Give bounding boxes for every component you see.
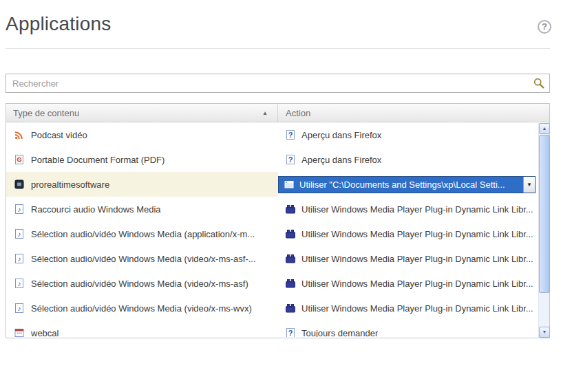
content-type-cell[interactable]: Podcast vidéo (6, 122, 278, 147)
application-icon (14, 179, 25, 190)
action-cell[interactable]: ?Toujours demander (278, 320, 549, 337)
svg-text:?: ? (288, 155, 293, 164)
plugin-icon (285, 303, 296, 314)
content-type-cell[interactable]: ♪Sélection audio/vidéo Windows Media (vi… (6, 246, 278, 271)
table-row[interactable]: ♪Raccourci audio Windows MediaUtiliser W… (6, 197, 549, 221)
action-cell[interactable]: Utiliser Windows Media Player Plug-in Dy… (278, 221, 549, 246)
help-button[interactable]: ? (538, 20, 551, 34)
content-type-table: Type de contenu ▲ Action Podcast vidéo?A… (6, 103, 550, 338)
content-type-cell[interactable]: GPortable Document Format (PDF) (6, 147, 278, 172)
action-label: Utiliser "C:\Documents and Settings\xp\L… (299, 179, 505, 190)
svg-text:♪: ♪ (18, 255, 21, 263)
action-dropdown[interactable]: Utiliser "C:\Documents and Settings\xp\L… (278, 176, 536, 193)
content-type-cell[interactable]: prorealtimesoftware (6, 172, 278, 197)
media-file-icon: ♪ (14, 253, 25, 264)
table-row[interactable]: ♪Sélection audio/vidéo Windows Media (vi… (6, 271, 549, 296)
scroll-up-button[interactable]: ▲ (539, 123, 550, 134)
action-label: Aperçu dans Firefox (301, 130, 381, 140)
svg-text:♪: ♪ (18, 206, 21, 213)
pdf-icon: G (14, 154, 25, 165)
action-label: Utiliser Windows Media Player Plug-in Dy… (301, 229, 533, 239)
action-label: Utiliser Windows Media Player Plug-in Dy… (301, 279, 533, 289)
content-type-label: Sélection audio/vidéo Windows Media (vid… (31, 254, 256, 264)
content-type-label: prorealtimesoftware (31, 179, 109, 190)
column-header-type-label: Type de contenu (13, 108, 79, 118)
plugin-icon (285, 278, 296, 289)
action-label: Aperçu dans Firefox (301, 155, 381, 165)
svg-text:♪: ♪ (18, 230, 21, 238)
table-row[interactable]: ♪Sélection audio/vidéo Windows Media (ap… (6, 221, 549, 246)
search-box (6, 74, 550, 93)
action-label: Utiliser Windows Media Player Plug-in Dy… (301, 254, 533, 264)
table-body: Podcast vidéo?Aperçu dans FirefoxGPortab… (6, 122, 549, 337)
sort-ascending-icon: ▲ (262, 110, 268, 116)
action-label: Utiliser Windows Media Player Plug-in Dy… (301, 204, 533, 215)
media-file-icon: ♪ (14, 228, 25, 239)
plugin-icon (285, 253, 296, 264)
content-type-label: Sélection audio/vidéo Windows Media (vid… (31, 279, 248, 289)
dropdown-selected-option: Utiliser "C:\Documents and Settings\xp\L… (279, 177, 523, 193)
column-header-type[interactable]: Type de contenu ▲ (6, 104, 278, 122)
search-input[interactable] (6, 74, 549, 92)
action-cell[interactable]: Utiliser Windows Media Player Plug-in Dy… (278, 296, 549, 320)
content-type-cell[interactable]: webcal (6, 320, 278, 337)
action-cell[interactable]: ?Aperçu dans Firefox (278, 122, 549, 147)
podcast-icon (14, 129, 25, 140)
content-type-label: Sélection audio/vidéo Windows Media (app… (31, 229, 255, 239)
table-scrollbar[interactable]: ▲ ▼ (538, 123, 549, 338)
plugin-icon (285, 204, 296, 215)
header-divider (6, 48, 550, 49)
table-row[interactable]: prorealtimesoftwareUtiliser "C:\Document… (6, 172, 549, 197)
table-row[interactable]: Podcast vidéo?Aperçu dans Firefox (6, 122, 549, 147)
column-header-action[interactable]: Action (278, 104, 549, 122)
svg-text:?: ? (288, 329, 293, 337)
svg-text:G: G (17, 156, 21, 163)
svg-text:?: ? (288, 131, 293, 139)
action-cell[interactable]: Utiliser Windows Media Player Plug-in Dy… (278, 271, 549, 296)
content-type-cell[interactable]: ♪Sélection audio/vidéo Windows Media (vi… (6, 271, 278, 296)
action-label: Toujours demander (301, 328, 378, 338)
action-cell[interactable]: Utiliser Windows Media Player Plug-in Dy… (278, 246, 549, 271)
media-file-icon: ♪ (14, 204, 25, 215)
action-cell: Utiliser "C:\Documents and Settings\xp\L… (278, 172, 549, 197)
column-header-action-label: Action (286, 108, 310, 118)
webcal-icon (14, 327, 25, 337)
content-type-label: Sélection audio/vidéo Windows Media (vid… (31, 303, 252, 314)
table-row[interactable]: ♪Sélection audio/vidéo Windows Media (vi… (6, 296, 549, 320)
preview-firefox-icon: ? (285, 154, 296, 165)
plugin-icon (285, 228, 296, 239)
preview-firefox-icon: ? (285, 129, 296, 140)
content-type-label: Raccourci audio Windows Media (31, 204, 161, 215)
content-type-cell[interactable]: ♪Sélection audio/vidéo Windows Media (vi… (6, 296, 278, 320)
table-row[interactable]: webcal?Toujours demander (6, 320, 549, 337)
table-row[interactable]: GPortable Document Format (PDF)?Aperçu d… (6, 147, 549, 172)
table-row[interactable]: ♪Sélection audio/vidéo Windows Media (vi… (6, 246, 549, 271)
scrollbar-thumb[interactable] (539, 135, 550, 293)
dropdown-arrow-icon[interactable]: ▼ (523, 177, 535, 193)
media-file-icon: ♪ (14, 303, 25, 314)
svg-text:♪: ♪ (18, 305, 21, 312)
executable-icon (284, 179, 295, 190)
page-title: Applications (6, 13, 111, 35)
content-type-label: Podcast vidéo (31, 130, 87, 140)
action-cell[interactable]: ?Aperçu dans Firefox (278, 147, 549, 172)
scroll-down-button[interactable]: ▼ (539, 327, 550, 338)
content-type-cell[interactable]: ♪Sélection audio/vidéo Windows Media (ap… (6, 221, 278, 246)
action-cell[interactable]: Utiliser Windows Media Player Plug-in Dy… (278, 197, 549, 221)
svg-text:♪: ♪ (18, 280, 21, 287)
media-file-icon: ♪ (14, 278, 25, 289)
action-label: Utiliser Windows Media Player Plug-in Dy… (301, 303, 533, 314)
table-header: Type de contenu ▲ Action (6, 104, 549, 122)
content-type-label: webcal (31, 328, 59, 338)
content-type-cell[interactable]: ♪Raccourci audio Windows Media (6, 197, 278, 221)
ask-icon: ? (285, 327, 296, 337)
content-type-label: Portable Document Format (PDF) (31, 155, 165, 165)
search-icon (533, 77, 545, 89)
